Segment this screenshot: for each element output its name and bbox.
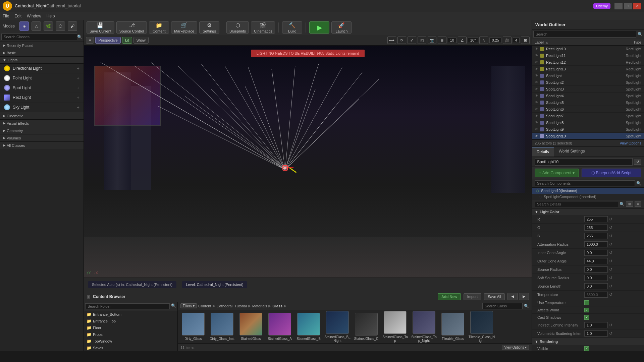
wo-item-spotlight10[interactable]: 👁 SpotLight10 SpotLight [532,133,644,139]
volumetric-reset[interactable]: ↺ [609,331,612,336]
build-button[interactable]: 🔨 Build [282,21,302,34]
wo-item-spotlight2[interactable]: 👁 SpotLight2 SpotLight [532,79,644,86]
scale-icon[interactable]: ⤢ [408,37,416,44]
geometry-header[interactable]: ▶ Geometry [0,127,84,134]
all-classes-header[interactable]: ▶ All Classes [0,142,84,149]
asset-stained-glass-b[interactable]: StainedGlass_B [295,313,322,341]
view-options-label[interactable]: View Options [620,141,641,145]
wo-item-rectlight13[interactable]: 👁 RectLight13 RectLight [532,66,644,72]
asset-stained-glass-a[interactable]: StainedGlass_A [266,313,293,341]
g-input[interactable] [584,225,608,231]
grid-snap-icon[interactable]: ⊞ [438,37,446,44]
inner-cone-reset[interactable]: ↺ [609,250,612,255]
attenuation-input[interactable] [584,241,608,247]
asset-tileable-glass[interactable]: Tileable_Glass [439,313,466,341]
light-gizmo[interactable] [278,161,292,175]
visual-effects-header[interactable]: ▶ Visual Effects [0,120,84,127]
wo-item-spotlight6[interactable]: 👁 SpotLight6 SpotLight [532,106,644,113]
viewport-options-button[interactable]: ≡ [86,37,94,44]
details-search-input[interactable] [535,201,618,207]
view-options-button[interactable]: View Options ▾ [502,345,529,350]
wo-item-spotlight9[interactable]: 👁 SpotLight9 SpotLight [532,126,644,133]
scale-snap-icon[interactable]: ⤡ [479,37,488,44]
folder-floor[interactable]: 📁Floor [84,324,177,331]
filters-button[interactable]: Filters ▾ [180,303,197,308]
wo-item-spotlight5[interactable]: 👁 SpotLight5 SpotLight [532,99,644,106]
light-item-rect[interactable]: Rect Light + [0,93,84,103]
folder-search-input[interactable] [85,303,170,309]
indirect-lighting-reset[interactable]: ↺ [609,323,612,327]
play-button[interactable]: ▶ [309,21,329,34]
point-light-add[interactable]: + [77,75,79,81]
asset-search-input[interactable] [482,303,523,309]
basic-header[interactable]: ▶ Basic [0,49,84,57]
sky-light-add[interactable]: + [77,105,79,110]
import-button[interactable]: Import [464,293,481,300]
outer-cone-reset[interactable]: ↺ [609,259,612,263]
volumes-header[interactable]: ▶ Volumes [0,134,84,142]
temperature-input[interactable] [584,292,608,298]
use-temp-checkbox[interactable] [584,300,589,305]
content-button[interactable]: 📁 Content [149,21,169,34]
add-component-button[interactable]: + Add Component ▾ [535,169,579,177]
b-input[interactable] [584,233,608,239]
cinematics-button[interactable]: 🎬 Cinematics [251,21,275,34]
cast-shadows-checkbox[interactable] [584,315,589,320]
type-column-header[interactable]: Type [633,40,641,44]
forward-button[interactable]: ▶ [519,293,529,300]
blueprints-button[interactable]: ⬡ Blueprints [226,21,249,34]
settings-button[interactable]: ⚙ Settings [199,21,219,34]
show-button[interactable]: Show [133,37,149,44]
outer-cone-input[interactable] [584,258,608,264]
light-item-directional[interactable]: Directional Light + [0,64,84,73]
wo-item-rectlight11[interactable]: 👁 RectLight11 RectLight [532,52,644,59]
close-button[interactable]: ✕ [633,3,641,9]
details-view-options-button[interactable]: ⊞ [626,201,633,207]
translate-icon[interactable]: ⟷ [387,37,396,44]
folder-entrance-bottom[interactable]: 📁Entrance_Bottom [84,311,177,318]
label-column-header[interactable]: Label ▲ [535,40,633,44]
lights-header[interactable]: ▼ Lights [0,57,84,64]
soft-source-radius-input[interactable] [584,275,608,281]
wo-item-spotlight3[interactable]: 👁 SpotLight3 SpotLight [532,86,644,93]
affects-world-checkbox[interactable] [584,308,589,312]
directional-light-add[interactable]: + [77,66,79,71]
rendering-header[interactable]: ▼ Rendering [532,338,644,345]
asset-stained-glass-c[interactable]: StainedGlass_C [353,313,380,341]
marketplace-button[interactable]: 🛒 Marketplace [171,21,197,34]
component-inherited[interactable]: ⬡ SpotLightComponent (Inherited) [532,194,644,200]
visible-checkbox[interactable] [584,346,589,351]
save-all-button[interactable]: Save All [484,293,505,300]
recently-placed-header[interactable]: ▶ Recently Placed [0,42,84,49]
camera-speed-icon[interactable]: 📷 [428,37,436,44]
folder-topwindow[interactable]: 📁TopWindow [84,338,177,345]
mode-icon-mesh[interactable]: ⬡ [56,21,65,31]
source-control-button[interactable]: ⎇ Source Control [116,21,147,34]
source-length-reset[interactable]: ↺ [609,284,612,289]
maximize-viewport-icon[interactable]: ⊞ [521,37,530,44]
wo-item-spotlight7[interactable]: 👁 SpotLight7 SpotLight [532,113,644,119]
object-name-input[interactable] [535,158,633,166]
rotate-icon[interactable]: ↻ [397,37,406,44]
source-radius-reset[interactable]: ↺ [609,267,612,272]
source-length-input[interactable] [584,283,608,289]
asset-stained-glass-top[interactable]: StainedGlass_Top [382,311,409,343]
attenuation-reset[interactable]: ↺ [609,242,612,247]
light-item-point[interactable]: Point Light + [0,73,84,83]
asset-tileable-glass-night[interactable]: Tileable_Glass_Night [468,311,495,343]
menu-help[interactable]: Help [47,14,55,18]
launch-button[interactable]: 🚀 Launch [331,21,352,34]
details-collapse-button[interactable]: ≡ [635,201,641,207]
viewport-3d-content[interactable]: LIGHTING NEEDS TO BE REBUILT (485 Static… [84,46,532,278]
volumetric-input[interactable] [584,330,608,337]
add-new-button[interactable]: Add New [438,293,461,300]
spot-light-add[interactable]: + [77,85,79,90]
back-button[interactable]: ◀ [507,293,518,300]
wo-item-spotlight4[interactable]: 👁 SpotLight4 SpotLight [532,93,644,99]
light-item-spot[interactable]: Spot Light + [0,83,84,93]
viewport[interactable]: ≡ Perspective Lit Show ⟷ ↻ ⤢ ◱ 📷 ⊞ 10 ∠ … [84,35,532,291]
world-outliner-search-input[interactable] [533,31,636,38]
asset-dirty-glass-inst[interactable]: Dirty_Glass_Inst [209,313,235,341]
cinematic-header[interactable]: ▶ Cinematic [0,112,84,120]
perspective-button[interactable]: Perspective [95,37,120,44]
